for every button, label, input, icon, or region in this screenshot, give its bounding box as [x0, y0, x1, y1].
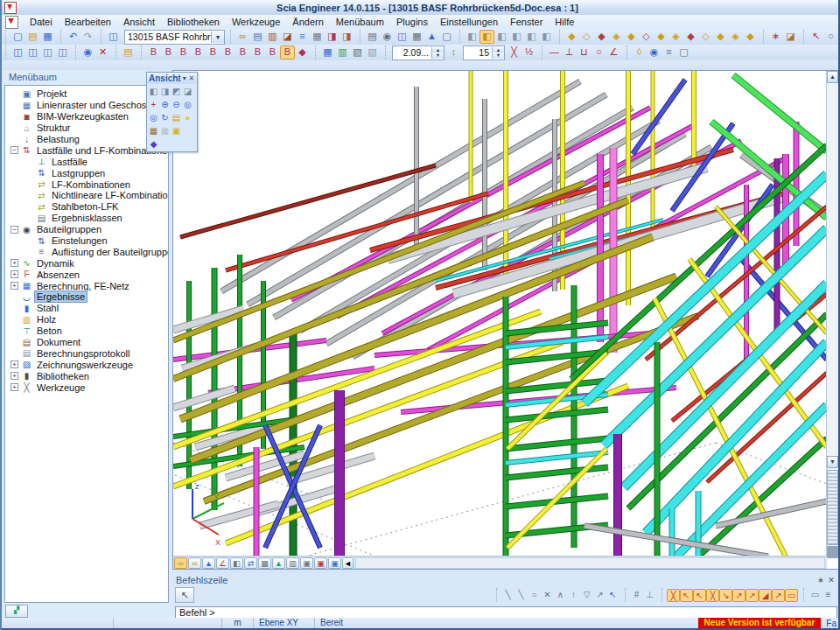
cube-tool-icon[interactable]: ▣	[300, 557, 313, 569]
window-icon[interactable]: ◫	[106, 30, 121, 44]
tree-item-einstelungen[interactable]: ⇅Einstelungen	[5, 235, 168, 247]
snap-endpoint-icon[interactable]: ╲	[514, 589, 528, 602]
angle-spinner-down-icon[interactable]: ▼	[493, 52, 504, 59]
snap-mode-4-icon[interactable]: ╳	[706, 589, 719, 602]
cabinet-disabled-icon[interactable]: ▦	[159, 124, 171, 137]
expand-icon[interactable]: +	[10, 282, 18, 290]
circle-icon[interactable]: ○	[592, 46, 606, 60]
snap-up-icon[interactable]: ↑	[567, 589, 580, 602]
snap-mode-6-icon[interactable]: ↗	[732, 589, 746, 602]
scale-spinner[interactable]: 2.09...▲▼	[392, 46, 444, 60]
print-icon[interactable]: ▤	[365, 30, 380, 44]
receive-mail-icon[interactable]: ◨	[340, 30, 354, 44]
scroll-up-button[interactable]: ▲	[827, 71, 838, 83]
new-folder-icon[interactable]: ▤	[121, 46, 136, 60]
snap-mode-5-icon[interactable]: ↘	[719, 589, 732, 602]
tree-item-berechnungsprotokoll[interactable]: ▤Berechnungsprotokoll	[5, 347, 168, 359]
view-stamp-icon[interactable]: ▤	[171, 111, 182, 124]
snap-mode-7-icon[interactable]: ↗	[746, 589, 759, 602]
cross-snap-icon[interactable]: ╳	[507, 46, 522, 60]
rotate-view-icon[interactable]: ↻	[159, 111, 171, 124]
tree-item-ergebnisse[interactable]: ◡Ergebnisse	[5, 291, 168, 303]
zoom-in-icon[interactable]: ⊕	[159, 98, 171, 111]
select-12-icon[interactable]: ◈	[728, 30, 743, 44]
user-view-icon[interactable]: ○	[823, 30, 838, 44]
select-5-icon[interactable]: ◆	[624, 30, 639, 44]
activity-4-icon[interactable]: B	[191, 46, 206, 60]
fraction-icon[interactable]: ½	[522, 46, 536, 60]
project-combo[interactable]: 13015 BASF Rohrbrü▾	[124, 30, 225, 45]
tree-item-bim-werkzeugkasten[interactable]: ◙BIM-Werkzeugkasten	[5, 111, 168, 122]
tree-item-lastfälle-und-lf-kombinationen[interactable]: −⇅Lastfälle und LF-Kombinationen	[5, 144, 168, 156]
export-doc-icon[interactable]: ▲	[424, 30, 439, 44]
tree-item-bibliotheken[interactable]: +▮Bibliotheken	[5, 370, 168, 382]
tree-item-beton[interactable]: ⊤Beton	[5, 326, 168, 337]
eye-icon[interactable]: ◉	[80, 46, 95, 60]
clip-box-icon[interactable]: ▣	[171, 124, 182, 137]
chart-icon[interactable]: ▥	[335, 46, 350, 60]
grid-snap-icon[interactable]: #	[630, 589, 643, 602]
menu-hilfe[interactable]: Hilfe	[549, 16, 580, 28]
select-7-icon[interactable]: ◆	[654, 30, 668, 44]
select-10-icon[interactable]: ◇	[698, 30, 713, 44]
select-3-icon[interactable]: ◆	[594, 30, 609, 44]
menu-werkzeuge[interactable]: Werkzeuge	[226, 16, 286, 28]
select-cursor-icon[interactable]: ↖	[808, 30, 823, 44]
view-top-icon[interactable]: ◩	[171, 85, 182, 98]
snap-intersect-icon[interactable]: ↗	[593, 589, 606, 602]
tree-item-struktur[interactable]: ⌂Struktur	[5, 122, 168, 134]
menu-ansicht[interactable]: Ansicht	[117, 16, 161, 28]
snap-circle-icon[interactable]: ○	[528, 589, 541, 602]
box-3d-icon[interactable]: ▢	[676, 46, 691, 60]
expand-icon[interactable]: +	[10, 372, 18, 380]
project-links-icon[interactable]: ∞	[235, 30, 250, 44]
axis-tool-icon[interactable]: ∠	[216, 557, 229, 569]
print-preview-icon[interactable]: ◉	[380, 30, 395, 44]
grid-tool-icon[interactable]: ▦	[258, 557, 271, 569]
select-11-icon[interactable]: ◆	[713, 30, 728, 44]
expand-icon[interactable]: +	[10, 360, 18, 368]
pointer-mode-button[interactable]: ↖	[175, 587, 194, 603]
select-1-icon[interactable]: ◆	[564, 30, 579, 44]
page-setup-icon[interactable]: ▢	[439, 30, 454, 44]
menu-menübaum[interactable]: Menübaum	[330, 16, 390, 28]
snap-mode-3-icon[interactable]: ↖	[693, 589, 706, 602]
terrain-tool-icon[interactable]: ▲	[272, 557, 285, 569]
select-2-icon[interactable]: ◇	[579, 30, 594, 44]
calculator-icon[interactable]: ▦	[410, 30, 424, 44]
track-cursor-icon[interactable]: ↖	[606, 589, 620, 602]
select-8-icon[interactable]: ◈	[668, 30, 683, 44]
strip-left-arrow[interactable]: ◄	[342, 557, 354, 569]
activity-2-icon[interactable]: B	[161, 46, 176, 60]
tree-item-berechnung-fe-netz[interactable]: +▦Berechnung, FE-Netz	[5, 280, 168, 291]
link-b-icon[interactable]: ∞	[188, 557, 201, 569]
select-6-icon[interactable]: ◇	[639, 30, 654, 44]
workspace-tab-button[interactable]: ▞	[5, 605, 28, 618]
tree-item-stahlbeton-lfk[interactable]: ⇄Stahlbeton-LFK	[5, 201, 168, 213]
ucs-icon[interactable]: +	[148, 98, 159, 111]
xml-export-icon[interactable]: ◪	[280, 30, 295, 44]
light-icon[interactable]: ●	[182, 111, 193, 124]
palette-close-icon[interactable]: ✕	[188, 74, 195, 82]
database-icon[interactable]: ▦	[310, 30, 325, 44]
chevron-down-icon[interactable]: ▾	[181, 74, 188, 82]
collapse-icon[interactable]: −	[10, 146, 18, 154]
combo-arrow-icon[interactable]: ▾	[211, 32, 224, 43]
scrollbar-thumb[interactable]	[827, 470, 838, 545]
tree-item-werkzeuge[interactable]: +╳Werkzeuge	[5, 382, 168, 393]
send-mail-icon[interactable]: ◨	[325, 30, 340, 44]
intersect-icon[interactable]: ∗	[768, 30, 783, 44]
document-icon[interactable]: ◫	[395, 30, 410, 44]
copy-1-icon[interactable]: ◫	[10, 46, 25, 60]
tree-item-stahl[interactable]: ▮Stahl	[5, 303, 168, 314]
undo-icon[interactable]: ↶	[66, 30, 80, 44]
snap-mode-9-icon[interactable]: ↗	[772, 589, 785, 602]
menu-bibliotheken[interactable]: Bibliotheken	[161, 16, 226, 28]
close-icon[interactable]: ✕	[826, 576, 836, 584]
cabinet-icon[interactable]: ▦	[148, 124, 159, 137]
layout-6-icon[interactable]: ◧	[539, 30, 554, 44]
zoom-doc-icon[interactable]: ◉	[647, 46, 662, 60]
activity-1-icon[interactable]: B	[146, 46, 161, 60]
snap-mode-8-icon[interactable]: ◢	[759, 589, 772, 602]
snap-mode-10-icon[interactable]: ▭	[785, 589, 798, 602]
